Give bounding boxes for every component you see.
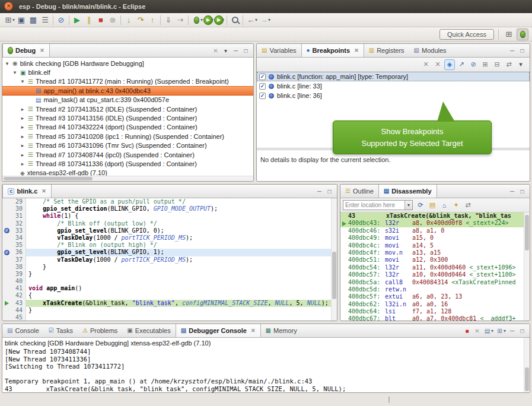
expander-closed-icon[interactable]: ▸ — [20, 142, 26, 148]
editor-line[interactable]: 37 vTaskDelay(1000 / portTICK_PERIOD_MS)… — [2, 256, 337, 264]
print-icon[interactable]: ☰ — [39, 14, 51, 26]
editor-line[interactable]: 43 xTaskCreate(&blink_task, "blink_task"… — [2, 300, 337, 307]
skip-all-breakpoints-icon[interactable]: ⊘ — [468, 59, 479, 70]
debug-tree-item[interactable]: ▾☰Thread #1 1073411772 (main : Running) … — [2, 77, 253, 86]
new-wizard-icon-dropdown[interactable]: ▾ — [12, 17, 15, 23]
forward-icon-dropdown[interactable]: ▾ — [268, 17, 270, 23]
scrollbar-thumb[interactable] — [525, 215, 529, 250]
close-icon[interactable]: ✕ — [42, 188, 46, 194]
editor-vertical-scrollbar[interactable] — [331, 198, 337, 321]
debug-tree-item[interactable]: ▸☰Thread #5 1073410208 (ipc1 : Running) … — [2, 132, 253, 141]
display-console-icon[interactable]: ▤ — [483, 326, 492, 335]
refresh-icon[interactable]: ⟳ — [415, 200, 426, 211]
tab-variables[interactable]: ▤Variables — [257, 44, 301, 57]
tab-breakpoints[interactable]: ●Breakpoints✕ — [301, 44, 364, 57]
expander-open-icon[interactable]: ▾ — [4, 61, 10, 66]
track-expression-icon[interactable]: ✦ — [451, 200, 461, 211]
view-menu-icon[interactable]: ▾ — [221, 46, 230, 55]
minimize-icon[interactable]: ─ — [508, 46, 517, 55]
expander-open-icon[interactable]: ▾ — [12, 69, 18, 75]
minimize-icon[interactable]: ─ — [508, 326, 517, 335]
maximize-icon[interactable]: □ — [241, 46, 250, 55]
disassembly-row[interactable]: 400dbc64:lsif7, a1, 128 — [340, 308, 524, 315]
debug-tree-item[interactable]: ▸☰Thread #7 1073408744 (ipc0) (Suspended… — [2, 150, 253, 159]
step-into-icon[interactable]: ↓ — [123, 14, 135, 26]
editor-line[interactable]: 41void app_main() — [2, 285, 337, 292]
minimize-icon[interactable]: ─ — [231, 46, 240, 55]
disassembly-row[interactable]: 400dbc49:movia15, 0 — [340, 234, 524, 242]
suspend-icon[interactable]: ∥ — [83, 14, 95, 26]
open-console-icon-dropdown[interactable]: ▾ — [504, 328, 506, 334]
remove-all-breakpoints-icon[interactable]: ✕ — [432, 59, 443, 70]
editor-line[interactable]: 30 gpio_set_direction(BLINK_GPIO, GPIO_M… — [2, 205, 337, 212]
disassembly-row[interactable]: 400dbc5f:extuia6, a0, 23, 13 — [340, 293, 524, 300]
debug-perspective-icon[interactable] — [517, 28, 528, 40]
window-close-button[interactable]: ✕ — [4, 2, 13, 11]
tab-problems[interactable]: ⚠Problems — [78, 324, 122, 337]
maximize-icon[interactable]: □ — [518, 326, 527, 335]
maximize-icon[interactable]: □ — [518, 46, 527, 55]
breakpoint-marker[interactable]: ✓ — [4, 228, 9, 233]
breakpoint-item[interactable]: ✓blink.c [line: 36] — [257, 91, 530, 100]
drop-to-frame-icon[interactable]: ⇓ — [163, 14, 174, 26]
debug-tree-item[interactable]: ◆xtensa-esp32-elf-gdb (7.10) — [2, 169, 253, 176]
expander-closed-icon[interactable]: ▸ — [20, 106, 26, 112]
debug-tree-item[interactable]: ▾▣blink.elf — [2, 68, 253, 77]
console-vertical-scrollbar[interactable] — [524, 338, 530, 392]
search-icon[interactable] — [229, 14, 241, 26]
editor-line[interactable]: 45 — [2, 314, 337, 321]
editor-line[interactable]: 32 /* Blink off (output low) */ — [2, 220, 337, 227]
go-to-file-icon[interactable]: ↗ — [456, 59, 467, 70]
editor-line[interactable]: ✓33 gpio_set_level(BLINK_GPIO, 0); — [2, 227, 337, 234]
expander-closed-icon[interactable]: ▸ — [20, 161, 26, 167]
breakpoint-checkbox[interactable]: ✓ — [259, 93, 266, 99]
sync-icon[interactable]: ⇄ — [463, 200, 473, 211]
console-content[interactable]: blink checking [GDB Hardware Debugging] … — [2, 338, 524, 392]
debug-tree-item[interactable]: ▤app_main() at blink.c:43 0x400dbc43 — [2, 86, 253, 95]
remove-breakpoint-icon[interactable]: ✕ — [420, 59, 431, 70]
debug-tree-item[interactable]: ▸☰Thread #2 1073413512 (IDLE) (Suspended… — [2, 104, 253, 113]
run-icon-dropdown[interactable]: ▾ — [211, 17, 214, 23]
tab-blink-c[interactable]: cblink.c✕ — [2, 185, 52, 198]
open-console-icon[interactable]: ⊞ — [495, 326, 504, 335]
disassembly-row[interactable]: 400dbc4c:movia14, 5 — [340, 242, 524, 249]
expand-all-icon[interactable]: ⊞ — [480, 59, 490, 70]
remove-launch-icon[interactable]: ✕ — [473, 326, 482, 335]
open-perspective-icon[interactable]: ⊞ — [503, 28, 515, 40]
location-input[interactable]: Enter location here — [343, 202, 404, 208]
save-icon[interactable]: ▣ — [15, 14, 27, 26]
tab-console[interactable]: ▤Console — [2, 324, 44, 337]
debug-horizontal-scrollbar[interactable] — [2, 176, 253, 181]
show-source-icon[interactable]: ▤ — [427, 200, 438, 211]
instruction-stepping-icon[interactable]: ⇢ — [174, 14, 186, 26]
terminate-icon[interactable]: ■ — [95, 14, 107, 26]
breakpoint-item[interactable]: ✓blink.c [line: 33] — [257, 81, 530, 91]
remove-all-terminated-icon[interactable]: ✕ — [211, 46, 220, 55]
tab-memory[interactable]: ▦Memory — [261, 324, 302, 337]
editor-line[interactable]: ✓36 gpio_set_level(BLINK_GPIO, 1); — [2, 249, 337, 256]
skip-all-breakpoints-icon[interactable]: ⊘ — [55, 14, 67, 26]
tab-modules[interactable]: ▧Modules — [409, 44, 451, 57]
editor-line[interactable]: 39} — [2, 271, 337, 278]
disassembly-row[interactable]: 400dbc4f:mov.na13, a15 — [340, 249, 524, 256]
debug-tree-item[interactable]: ▸☰Thread #3 1073413156 (IDLE) (Suspended… — [2, 113, 253, 122]
expander-closed-icon[interactable]: ▸ — [20, 152, 26, 158]
tab-debugger-console[interactable]: ▤Debugger Console✕ — [176, 324, 261, 337]
save-all-icon[interactable]: ▦ — [27, 14, 39, 26]
disassembly-row[interactable]: 400dbc57:l32ra10, 0x400d0464 <_stext+110… — [340, 271, 524, 278]
editor-line[interactable]: 44} — [2, 307, 337, 314]
editor-line[interactable]: 40 — [2, 278, 337, 285]
maximize-icon[interactable]: □ — [518, 187, 527, 196]
code-editor[interactable]: 29 /* Set the GPIO as a push/pull output… — [2, 198, 337, 321]
sash-handle[interactable] — [388, 397, 390, 403]
maximize-icon[interactable]: □ — [325, 187, 334, 196]
disassembly-row[interactable]: 400dbc5a:call80x40084314 <xTaskCreatePin… — [340, 279, 524, 286]
disassembly-row[interactable]: 400dbc5d:retw.n — [340, 286, 524, 293]
expander-closed-icon[interactable]: ▸ — [20, 134, 26, 139]
tab-outline[interactable]: ☰Outline — [340, 185, 378, 198]
expander-closed-icon[interactable]: ▸ — [20, 124, 26, 130]
editor-line[interactable]: 38 } — [2, 264, 337, 271]
scrollbar-thumb[interactable] — [4, 177, 93, 180]
quick-access-button[interactable]: Quick Access — [439, 29, 494, 40]
disassembly-listing[interactable]: 43xTaskCreate(&blink_task, "blink_tas400… — [340, 212, 524, 321]
